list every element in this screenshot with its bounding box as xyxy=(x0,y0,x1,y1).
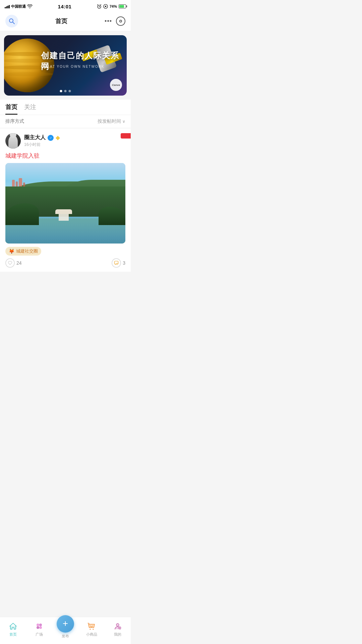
battery-indicator xyxy=(119,4,126,8)
sort-label: 排序方式 xyxy=(5,118,24,124)
post-author: 圈主大人 ♂ ◆ xyxy=(24,134,125,141)
banner-title-cn: 创建自己的人际关系网 xyxy=(41,50,127,72)
alarm-icon xyxy=(97,4,102,9)
content-tabs: 首页 关注 xyxy=(0,100,131,115)
gazebo-body xyxy=(59,214,69,221)
comment-action[interactable]: 3 xyxy=(112,258,125,268)
banner-dot-3[interactable] xyxy=(69,90,71,92)
post-footer: 🦊 城建社交圈 24 3 xyxy=(0,244,131,272)
avatar[interactable] xyxy=(5,133,21,149)
circle-at-icon xyxy=(103,4,108,9)
search-button[interactable] xyxy=(5,15,18,28)
like-action[interactable]: 24 xyxy=(5,258,22,268)
banner-indicator xyxy=(60,90,71,92)
sort-chevron-icon: ∨ xyxy=(122,119,125,124)
app-header: 首页 ••• xyxy=(0,12,131,31)
avatar-figure xyxy=(8,135,18,149)
gazebo xyxy=(55,209,72,223)
header-actions: ••• xyxy=(105,16,125,26)
post-title[interactable]: 城建学院入驻 xyxy=(5,149,125,163)
post-header: 圈主大人 ♂ ◆ 16小时前 xyxy=(5,133,125,149)
author-name: 圈主大人 xyxy=(24,134,46,141)
banner-watermark: Canva xyxy=(110,79,122,91)
status-bar: 中国联通 14:01 74% xyxy=(0,0,131,12)
comment-count: 3 xyxy=(123,260,125,266)
more-button[interactable]: ••• xyxy=(105,18,112,25)
scan-icon xyxy=(119,20,122,22)
status-time: 14:01 xyxy=(58,4,72,9)
banner-title-en: CREAT YOUR OWN NETWORK xyxy=(41,65,105,68)
sort-bar: 排序方式 按发帖时间 ∨ xyxy=(0,115,131,128)
carrier-label: 中国联通 xyxy=(11,4,26,9)
like-count: 24 xyxy=(16,260,22,266)
scan-button[interactable] xyxy=(116,16,125,26)
banner: 创建自己的人际关系网 CREAT YOUR OWN NETWORK Canva xyxy=(4,35,127,96)
post-time: 16小时前 xyxy=(24,142,125,148)
svg-line-6 xyxy=(13,22,14,24)
comment-svg xyxy=(114,261,119,265)
svg-point-4 xyxy=(105,6,106,7)
gazebo-roof xyxy=(55,209,72,214)
page-title: 首页 xyxy=(55,17,67,25)
post-actions: 24 3 xyxy=(5,256,125,268)
battery-percent: 74% xyxy=(110,4,117,8)
post-image[interactable] xyxy=(5,163,125,244)
heart-icon xyxy=(5,258,15,268)
signal-bars xyxy=(5,4,10,8)
diamond-icon: ◆ xyxy=(56,135,60,141)
banner-dot-2[interactable] xyxy=(64,90,67,92)
heart-svg xyxy=(8,261,12,265)
post-tag[interactable]: 🦊 城建社交圈 xyxy=(5,247,41,256)
tag-label: 城建社交圈 xyxy=(16,248,38,254)
avatar-head xyxy=(10,133,16,138)
banner-dot-1[interactable] xyxy=(60,90,62,92)
search-icon xyxy=(8,18,15,24)
post-meta: 圈主大人 ♂ ◆ 16小时前 xyxy=(24,134,125,148)
tag-icon: 🦊 xyxy=(9,249,14,254)
tab-follow[interactable]: 关注 xyxy=(24,103,36,115)
sort-option[interactable]: 按发帖时间 ∨ xyxy=(98,118,125,124)
post-card: 福利 圈主大人 ♂ ◆ 16小时前 城建学院入驻 xyxy=(0,128,131,244)
comment-icon xyxy=(112,258,121,268)
gender-icon: ♂ xyxy=(48,135,54,141)
tab-home[interactable]: 首页 xyxy=(5,103,17,115)
sort-option-text: 按发帖时间 xyxy=(98,118,121,124)
status-left: 中国联通 xyxy=(5,4,33,9)
fuli-badge: 福利 xyxy=(121,133,131,139)
wifi-icon xyxy=(27,4,33,8)
status-right: 74% xyxy=(97,4,126,9)
